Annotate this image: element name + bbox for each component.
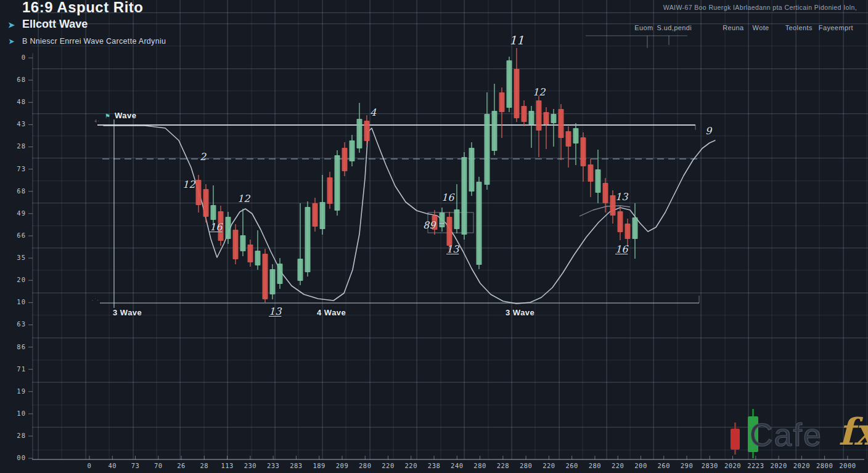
wave-label: 12: [533, 86, 545, 98]
candles: [196, 48, 638, 302]
wave-label: Wave: [115, 111, 136, 120]
logo-red-candle-body: [731, 429, 740, 450]
chevron-right-icon: ➤: [9, 38, 14, 46]
y-axis-label: 86: [5, 343, 26, 350]
y-axis-label: 66: [5, 232, 26, 239]
y-axis-label: 20: [5, 276, 26, 283]
logo-text-cafe: Cafe: [750, 416, 822, 453]
y-axis-label: 48: [5, 98, 26, 105]
menu-item-euom[interactable]: Euom: [634, 24, 653, 31]
y-axis-label: 43: [5, 120, 26, 127]
wave-label: →: [439, 219, 444, 227]
chart-description: B Nniescr Enrrei Wave Carcette Ardyniu: [22, 37, 166, 46]
y-axis-label: 68: [5, 187, 26, 195]
wave-label: 4: [370, 107, 376, 118]
wave-label: 16: [210, 221, 222, 233]
y-axis-label: 28: [5, 432, 26, 439]
chevron-right-icon: ➤: [8, 20, 15, 30]
wave-label: ·˙·: [91, 298, 99, 303]
wave-label: 4 Wave: [317, 308, 346, 317]
y-axis-label: 10: [5, 298, 26, 305]
wave-label: 2: [200, 151, 206, 163]
y-axis-label: 71: [5, 365, 26, 373]
page-title: 16:9 Aspuct Rito: [22, 0, 143, 16]
y-axis-label: 0: [5, 54, 26, 61]
top-right-note: WAIW-67 Boo Ruergk IAbrlaedann pta Certi…: [663, 4, 857, 11]
app-root: { "header": { "title": "16:9 Aspuct Rito…: [0, 0, 868, 473]
top-menu: EuomS.ud,pendiReunaWoteTeolentsFayeemprt: [634, 24, 853, 31]
menu-item-wote[interactable]: Wote: [753, 24, 769, 31]
wave-label: 89: [423, 219, 435, 231]
cafefx-logo: Cafe fx: [723, 402, 864, 463]
y-axis-label: 19: [5, 387, 26, 395]
wave-label: 4·: [94, 119, 99, 124]
y-axis-label: 49: [5, 209, 26, 217]
logo-text-fx: fx: [838, 410, 868, 453]
menu-item-s-ud-pendi[interactable]: S.ud,pendi: [657, 24, 692, 31]
y-axis-label: 73: [5, 165, 26, 172]
wave-label: 3 Wave: [506, 308, 534, 317]
wave-label: 13: [269, 305, 281, 317]
wave-label: 16: [615, 243, 628, 255]
decoration-ticks: [586, 36, 699, 303]
wave-label: 12: [182, 179, 195, 190]
y-axis-label: 63: [5, 320, 26, 328]
y-axis-label: 10: [5, 410, 26, 417]
y-axis-label: 35: [5, 254, 26, 261]
y-axis-label: 28: [5, 142, 26, 150]
axis-lines: [28, 53, 864, 459]
wave-label: 9: [705, 125, 711, 137]
menu-item-fayeemprt[interactable]: Fayeemprt: [819, 24, 853, 31]
menu-item-reuna[interactable]: Reuna: [723, 24, 743, 31]
chart-subtitle: Ellcott Wave: [22, 18, 88, 31]
wave-label: 13: [615, 191, 628, 203]
wave-label: 3 Wave: [113, 308, 142, 317]
wave-label: 13: [446, 243, 459, 255]
wave-label: 11: [509, 33, 524, 47]
wave-flag-icon: ⚑: [105, 113, 110, 119]
y-axis-label: 68: [5, 76, 26, 83]
wave-label: 12: [237, 193, 250, 204]
wave-label: 16: [441, 192, 454, 203]
menu-item-teolents[interactable]: Teolents: [785, 24, 813, 31]
y-axis-label: 00: [5, 454, 26, 461]
elliott-wave-curve: [104, 126, 715, 304]
